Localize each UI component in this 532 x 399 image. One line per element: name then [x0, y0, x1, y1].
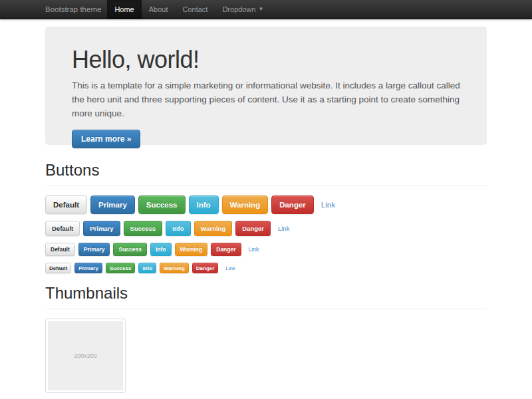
button-primary-large[interactable]: Primary	[90, 196, 135, 214]
button-default-default[interactable]: Default	[45, 221, 80, 236]
navbar-menu: HomeAboutContactDropdown▼	[107, 0, 271, 19]
navbar-brand[interactable]: Bootstrap theme	[45, 0, 101, 19]
button-info-default[interactable]: Info	[166, 221, 190, 236]
button-warning-large[interactable]: Warning	[222, 196, 269, 214]
button-success-large[interactable]: Success	[138, 196, 186, 214]
nav-item-label: Home	[114, 5, 134, 13]
thumbnail-placeholder-image: 200x200	[48, 321, 123, 390]
nav-item-contact[interactable]: Contact	[175, 0, 215, 19]
button-primary-extra-small[interactable]: Primary	[74, 263, 102, 273]
link-button-large[interactable]: Link	[317, 201, 339, 209]
button-default-small[interactable]: Default	[45, 243, 75, 256]
button-row-default: DefaultPrimarySuccessInfoWarningDangerLi…	[45, 221, 487, 236]
link-button-default[interactable]: Link	[274, 225, 293, 232]
button-info-small[interactable]: Info	[150, 243, 172, 256]
nav-item-home[interactable]: Home	[107, 0, 141, 19]
link-button-small[interactable]: Link	[245, 246, 263, 253]
button-default-extra-small[interactable]: Default	[45, 263, 71, 273]
button-default-large[interactable]: Default	[45, 196, 87, 214]
learn-more-button[interactable]: Learn more »	[72, 130, 140, 148]
button-danger-default[interactable]: Danger	[235, 221, 271, 236]
buttons-section-header: Buttons	[45, 161, 487, 186]
thumbnail[interactable]: 200x200	[45, 319, 126, 393]
caret-down-icon: ▼	[259, 7, 264, 12]
nav-item-label: Contact	[182, 5, 207, 13]
button-info-extra-small[interactable]: Info	[138, 263, 156, 273]
hero-title: Hello, world!	[72, 46, 460, 73]
link-button-extra-small[interactable]: Link	[221, 265, 239, 271]
thumbnails-section-header: Thumbnails	[45, 284, 487, 309]
hero-description: This is a template for a simple marketin…	[72, 79, 460, 121]
nav-item-label: Dropdown	[222, 5, 255, 13]
button-info-large[interactable]: Info	[189, 196, 219, 214]
button-danger-small[interactable]: Danger	[211, 243, 241, 256]
button-row-small: DefaultPrimarySuccessInfoWarningDangerLi…	[45, 243, 487, 256]
nav-item-about[interactable]: About	[142, 0, 176, 19]
button-danger-extra-small[interactable]: Danger	[192, 263, 219, 273]
button-danger-large[interactable]: Danger	[271, 196, 314, 214]
button-warning-small[interactable]: Warning	[175, 243, 208, 256]
button-warning-extra-small[interactable]: Warning	[160, 263, 189, 273]
thumbnail-placeholder-label: 200x200	[74, 352, 97, 359]
button-warning-default[interactable]: Warning	[194, 221, 233, 236]
nav-item-label: About	[149, 5, 168, 13]
button-row-large: DefaultPrimarySuccessInfoWarningDangerLi…	[45, 196, 487, 214]
button-success-extra-small[interactable]: Success	[106, 263, 135, 273]
thumbnails-heading: Thumbnails	[45, 284, 487, 303]
button-row-extra-small: DefaultPrimarySuccessInfoWarningDangerLi…	[45, 263, 487, 273]
nav-item-dropdown[interactable]: Dropdown▼	[215, 0, 271, 19]
button-primary-small[interactable]: Primary	[78, 243, 110, 256]
button-success-small[interactable]: Success	[113, 243, 147, 256]
buttons-heading: Buttons	[45, 161, 487, 180]
button-success-default[interactable]: Success	[124, 221, 163, 236]
button-primary-default[interactable]: Primary	[83, 221, 120, 236]
navbar: Bootstrap theme HomeAboutContactDropdown…	[0, 0, 532, 19]
hero-unit: Hello, world! This is a template for a s…	[45, 27, 487, 145]
